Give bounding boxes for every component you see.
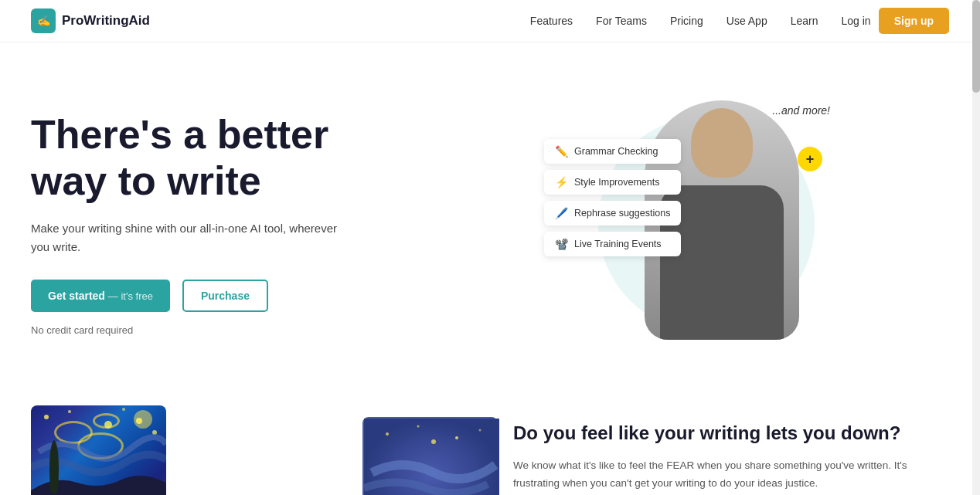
feature-cards: ✏️ Grammar Checking ⚡ Style Improvements… (544, 139, 681, 256)
nav-for-teams[interactable]: For Teams (596, 15, 647, 27)
nav-learn[interactable]: Learn (791, 15, 818, 27)
feature-card-grammar: ✏️ Grammar Checking (544, 139, 681, 164)
training-icon: 📽️ (555, 238, 568, 250)
hero-section: There's a better way to write Make your … (0, 42, 980, 390)
grammar-icon: ✏️ (555, 145, 568, 158)
svg-point-4 (152, 430, 157, 435)
no-credit-card-text: No credit card required (31, 324, 433, 336)
second-section: My idea in my head Do you feel like your… (0, 390, 980, 495)
feature-card-rephrase: 🖊️ Rephrase suggestions (544, 201, 681, 225)
svg-point-3 (122, 408, 125, 411)
svg-point-8 (386, 432, 389, 436)
overlay-svg (364, 419, 499, 495)
get-started-button[interactable]: Get started — it's free (31, 280, 170, 312)
plus-badge: + (798, 147, 822, 171)
purchase-button[interactable]: Purchase (182, 280, 268, 312)
svg-point-10 (455, 436, 458, 439)
second-section-title: Do you feel like your writing lets you d… (513, 421, 949, 445)
painting-bg (31, 405, 166, 495)
stars-svg (31, 405, 166, 495)
logo-link[interactable]: ✍ ProWritingAid (31, 8, 150, 33)
second-section-body: We know what it's like to feel the FEAR … (513, 457, 949, 493)
logo-icon: ✍ (31, 8, 56, 33)
nav-links: Features For Teams Pricing Use App Learn… (530, 14, 871, 28)
hero-buttons: Get started — it's free Purchase (31, 280, 433, 312)
hero-subtitle: Make your writing shine with our all-in-… (31, 219, 340, 256)
svg-point-12 (431, 439, 436, 444)
person-head (691, 108, 753, 178)
hero-left: There's a better way to write Make your … (31, 112, 433, 337)
nav-pricing[interactable]: Pricing (670, 15, 703, 27)
painting-card-front (31, 405, 166, 495)
svg-point-5 (104, 421, 112, 429)
svg-point-1 (68, 410, 71, 413)
rephrase-icon: 🖊️ (555, 207, 568, 219)
painting-card-overlay: My idea in my head (362, 417, 498, 495)
svg-point-0 (44, 415, 49, 419)
navbar: ✍ ProWritingAid Features For Teams Prici… (0, 0, 980, 42)
hero-title: There's a better way to write (31, 112, 433, 205)
and-more-label: ...and more! (772, 104, 830, 117)
feature-card-style: ⚡ Style Improvements (544, 170, 681, 195)
style-icon: ⚡ (555, 176, 568, 188)
svg-point-11 (479, 429, 481, 432)
svg-point-9 (417, 425, 420, 428)
nav-use-app[interactable]: Use App (726, 15, 767, 27)
second-text: Do you feel like your writing lets you d… (513, 405, 949, 493)
hero-illustration: ...and more! + ✏️ Grammar Checking ⚡ Sty… (544, 100, 838, 348)
hero-right: ...and more! + ✏️ Grammar Checking ⚡ Sty… (433, 89, 949, 359)
nav-features[interactable]: Features (530, 15, 573, 27)
scrollbar-thumb[interactable] (972, 0, 980, 93)
feature-card-training: 📽️ Live Training Events (544, 232, 681, 256)
signup-button[interactable]: Sign up (879, 8, 949, 34)
logo-text: ProWritingAid (62, 13, 150, 29)
svg-point-6 (134, 410, 152, 429)
page-scrollbar[interactable] (972, 0, 980, 495)
nav-login[interactable]: Log in (842, 15, 871, 27)
painting-container: My idea in my head (31, 405, 467, 495)
